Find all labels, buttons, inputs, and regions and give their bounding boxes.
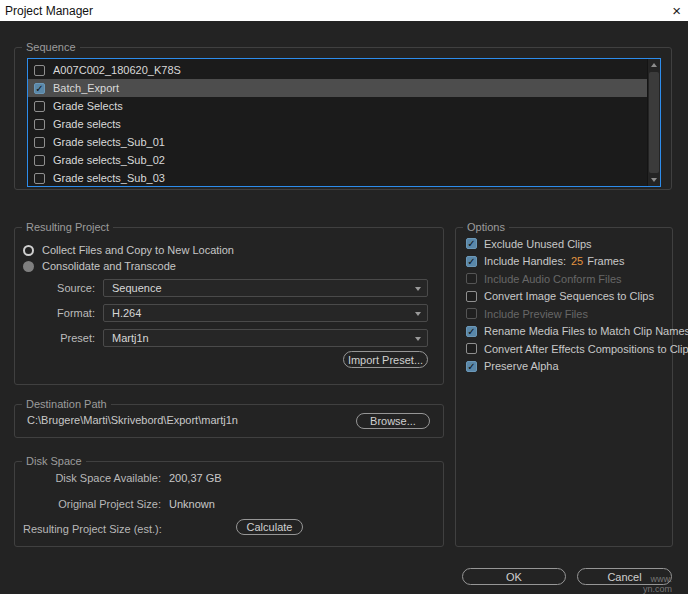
disk-available-row: Disk Space Available: 200,37 GB xyxy=(15,472,222,484)
sequence-checkbox[interactable] xyxy=(34,137,45,148)
sequence-checkbox[interactable] xyxy=(34,101,45,112)
disk-space-group: Disk Space Disk Space Available: 200,37 … xyxy=(14,461,444,547)
sequence-list: A007C002_180620_K78SBatch_ExportGrade Se… xyxy=(27,58,661,187)
sequence-rows: A007C002_180620_K78SBatch_ExportGrade Se… xyxy=(28,59,647,186)
destination-path-group: Destination Path C:\Brugere\Marti\Skrive… xyxy=(14,404,444,438)
sequence-row[interactable]: Grade Selects xyxy=(28,97,647,115)
option-row[interactable]: Convert Image Sequences to Clips xyxy=(466,288,672,306)
sequence-name: Batch_Export xyxy=(53,82,119,94)
calculate-button[interactable]: Calculate xyxy=(236,519,303,535)
source-field-row: Source: Sequence xyxy=(15,279,443,297)
radio-button-icon[interactable] xyxy=(23,245,34,256)
sequence-group-label: Sequence xyxy=(22,40,80,55)
source-dropdown[interactable]: Sequence xyxy=(103,279,428,297)
preset-dropdown[interactable]: Martj1n xyxy=(103,329,428,347)
format-field-row: Format: H.264 xyxy=(15,304,443,322)
sequence-checkbox[interactable] xyxy=(34,83,45,94)
format-label: Format: xyxy=(15,307,95,319)
browse-button[interactable]: Browse... xyxy=(356,413,430,429)
preset-label: Preset: xyxy=(15,332,95,344)
original-size-row: Original Project Size: Unknown xyxy=(15,498,215,510)
option-label: Include Handles: xyxy=(484,255,566,267)
original-size-label: Original Project Size: xyxy=(15,498,161,510)
watermark-line2: yn.com xyxy=(643,584,672,594)
radio-consolidate-label: Consolidate and Transcode xyxy=(42,260,176,272)
sequence-row[interactable]: Grade selects_Sub_01 xyxy=(28,133,647,151)
disk-available-label: Disk Space Available: xyxy=(15,472,161,484)
option-checkbox[interactable] xyxy=(466,273,477,284)
sequence-name: Grade selects_Sub_03 xyxy=(53,172,165,184)
resulting-size-label: Resulting Project Size (est.): xyxy=(23,523,162,535)
scroll-down-icon[interactable] xyxy=(648,174,660,186)
option-row[interactable]: Include Preview Files xyxy=(466,305,672,323)
source-label: Source: xyxy=(15,282,95,294)
original-size-value: Unknown xyxy=(169,498,215,510)
format-value: H.264 xyxy=(112,305,141,321)
scroll-up-icon[interactable] xyxy=(648,59,660,71)
radio-collect-files-label: Collect Files and Copy to New Location xyxy=(42,244,234,256)
destination-path-value: C:\Brugere\Marti\Skrivebord\Export\martj… xyxy=(27,414,238,426)
chevron-down-icon xyxy=(415,337,421,341)
resulting-project-group: Resulting Project Collect Files and Copy… xyxy=(14,227,444,385)
option-label: Preserve Alpha xyxy=(484,360,559,372)
sequence-row[interactable]: Grade selects_Sub_02 xyxy=(28,151,647,169)
import-preset-button[interactable]: Import Preset... xyxy=(343,351,428,368)
option-label: Convert After Effects Compositions to Cl… xyxy=(484,343,688,355)
dialog-body: Sequence A007C002_180620_K78SBatch_Expor… xyxy=(0,21,688,594)
option-row[interactable]: Preserve Alpha xyxy=(466,358,672,376)
option-checkbox[interactable] xyxy=(466,256,477,267)
sequence-name: Grade selects_Sub_02 xyxy=(53,154,165,166)
sequence-name: A007C002_180620_K78S xyxy=(53,64,181,76)
sequence-row[interactable]: Grade selects xyxy=(28,115,647,133)
options-rows: Exclude Unused ClipsInclude Handles:25Fr… xyxy=(456,228,672,546)
close-icon[interactable]: × xyxy=(672,3,681,18)
chevron-down-icon xyxy=(415,287,421,291)
format-dropdown[interactable]: H.264 xyxy=(103,304,428,322)
sequence-checkbox[interactable] xyxy=(34,65,45,76)
option-row[interactable]: Include Audio Conform Files xyxy=(466,270,672,288)
radio-consolidate-transcode[interactable]: Consolidate and Transcode xyxy=(23,258,176,274)
options-group: Options Exclude Unused ClipsInclude Hand… xyxy=(455,227,673,547)
option-row[interactable]: Exclude Unused Clips xyxy=(466,235,672,253)
window-title: Project Manager xyxy=(5,4,93,18)
sequence-row[interactable]: A007C002_180620_K78S xyxy=(28,61,647,79)
option-checkbox[interactable] xyxy=(466,343,477,354)
sequence-name: Grade Selects xyxy=(53,100,123,112)
option-row[interactable]: Include Handles:25Frames xyxy=(466,253,672,271)
ok-button[interactable]: OK xyxy=(462,568,566,585)
option-label: Include Preview Files xyxy=(484,308,588,320)
option-checkbox[interactable] xyxy=(466,238,477,249)
option-row[interactable]: Rename Media Files to Match Clip Names xyxy=(466,323,672,341)
preset-value: Martj1n xyxy=(112,330,149,346)
sequence-name: Grade selects xyxy=(53,118,121,130)
resulting-project-group-label: Resulting Project xyxy=(22,220,113,235)
preset-field-row: Preset: Martj1n xyxy=(15,329,443,347)
radio-button-icon[interactable] xyxy=(23,261,34,272)
sequence-scrollbar[interactable] xyxy=(647,59,660,186)
disk-available-value: 200,37 GB xyxy=(169,472,222,484)
option-label: Convert Image Sequences to Clips xyxy=(484,290,654,302)
option-checkbox[interactable] xyxy=(466,308,477,319)
scrollbar-thumb[interactable] xyxy=(649,72,659,173)
option-checkbox[interactable] xyxy=(466,326,477,337)
project-manager-window: Project Manager × Sequence A007C002_1806… xyxy=(0,0,688,594)
sequence-checkbox[interactable] xyxy=(34,155,45,166)
sequence-checkbox[interactable] xyxy=(34,173,45,184)
handles-frames-value[interactable]: 25 xyxy=(571,255,583,267)
option-label: Exclude Unused Clips xyxy=(484,238,592,250)
cancel-button[interactable]: Cancel xyxy=(577,568,672,585)
option-checkbox[interactable] xyxy=(466,291,477,302)
sequence-row[interactable]: Batch_Export xyxy=(28,79,647,97)
title-bar: Project Manager × xyxy=(0,0,688,21)
option-checkbox[interactable] xyxy=(466,361,477,372)
source-value: Sequence xyxy=(112,280,162,296)
option-label: Rename Media Files to Match Clip Names xyxy=(484,325,688,337)
sequence-group: Sequence A007C002_180620_K78SBatch_Expor… xyxy=(14,47,672,190)
option-row[interactable]: Convert After Effects Compositions to Cl… xyxy=(466,340,672,358)
sequence-checkbox[interactable] xyxy=(34,119,45,130)
destination-path-group-label: Destination Path xyxy=(22,397,111,412)
radio-collect-files[interactable]: Collect Files and Copy to New Location xyxy=(23,242,234,258)
sequence-row[interactable]: Grade selects_Sub_03 xyxy=(28,169,647,186)
chevron-down-icon xyxy=(415,312,421,316)
option-label-suffix: Frames xyxy=(587,255,624,267)
